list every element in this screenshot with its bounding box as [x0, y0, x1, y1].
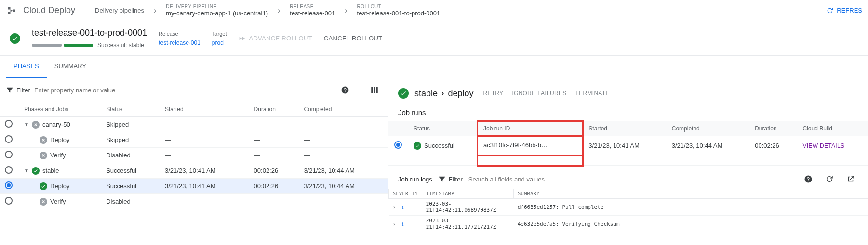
chevron-right-icon: › [345, 6, 347, 15]
radio-icon[interactable] [394, 141, 402, 149]
open-external-icon[interactable] [843, 171, 858, 187]
refresh-icon [826, 7, 834, 14]
phase-row[interactable]: ▼canary-50Skipped——— [0, 117, 388, 132]
fast-forward-icon [238, 35, 246, 42]
svg-text:?: ? [344, 87, 347, 93]
job-run-id: ac3f10fc-7f9f-46bb-b85… [483, 142, 551, 149]
header-bar: Cloud Deploy Delivery pipelines › DELIVE… [0, 0, 868, 21]
help-icon[interactable]: ? [801, 171, 816, 187]
info-icon: i [402, 221, 403, 227]
refresh-icon[interactable] [822, 171, 837, 187]
svg-rect-2 [371, 87, 373, 93]
cancel-rollout-button[interactable]: CANCEL ROLLOUT [324, 35, 382, 42]
rollout-title: test-release-001-to-prod-0001 [32, 28, 147, 38]
chevron-down-icon[interactable]: ▼ [24, 122, 29, 127]
job-row[interactable]: VerifyDisabled——— [0, 148, 388, 163]
filter-icon [6, 86, 13, 94]
product-logo-icon [6, 5, 17, 16]
filter-label: Filter [6, 86, 30, 94]
radio-icon[interactable] [5, 197, 13, 205]
chevron-down-icon[interactable]: ▼ [24, 168, 29, 173]
phases-table: Phases and Jobs Status Started Duration … [0, 102, 388, 209]
job-run-row[interactable]: Successful ac3f10fc-7f9f-46bb-b85… 3/21/… [388, 136, 868, 155]
rollout-status-text: Successful: stable [97, 42, 144, 49]
terminate-button[interactable]: TERMINATE [575, 90, 610, 97]
radio-icon[interactable] [5, 120, 13, 128]
job-row[interactable]: DeploySkipped——— [0, 132, 388, 148]
rollout-detail-bar: test-release-001-to-prod-0001 Successful… [0, 21, 868, 56]
help-icon[interactable]: ? [337, 82, 353, 98]
row-name: Deploy [50, 136, 69, 143]
info-icon: i [402, 204, 403, 210]
skip-icon [40, 198, 47, 206]
svg-rect-4 [376, 87, 378, 93]
skip-icon [40, 136, 47, 144]
radio-icon[interactable] [5, 181, 13, 189]
log-row[interactable]: › i2023-03-21T14:42:11.068970837Zdf6635e… [389, 199, 868, 216]
breadcrumb-release[interactable]: RELEASE test-release-001 [282, 0, 343, 21]
job-runs-title: Job runs [388, 103, 868, 121]
refresh-button[interactable]: REFRES [826, 7, 862, 14]
log-row[interactable]: › i2023-03-21T14:42:11.177217217Z4e632e5… [389, 216, 868, 232]
breadcrumb-pipelines[interactable]: Delivery pipelines [87, 0, 152, 21]
detail-pane: stable › deploy RETRY IGNORE FAILURES TE… [388, 78, 868, 232]
chevron-right-icon: › [154, 6, 156, 15]
check-icon [32, 167, 40, 175]
check-icon [414, 142, 421, 150]
row-name: canary-50 [42, 121, 70, 128]
chevron-right-icon[interactable]: › [393, 204, 396, 210]
retry-button[interactable]: RETRY [483, 90, 503, 97]
chevron-right-icon[interactable]: › [393, 221, 396, 227]
row-name: stable [42, 167, 59, 174]
product-name: Cloud Deploy [23, 5, 75, 15]
detail-title: stable › deploy [414, 89, 473, 99]
phases-pane: Filter ? Phases and Jobs Status Started … [0, 78, 388, 232]
job-row[interactable]: VerifyDisabled——— [0, 194, 388, 209]
chevron-right-icon: › [278, 6, 280, 15]
row-name: Verify [50, 152, 66, 159]
job-runs-table: Status Job run ID Started Completed Dura… [388, 121, 868, 166]
job-row[interactable]: DeploySuccessful3/21/23, 10:41 AM00:02:2… [0, 179, 388, 194]
radio-icon[interactable] [5, 135, 13, 143]
target-link[interactable]: prod [212, 39, 227, 46]
breadcrumb-delivery-pipeline[interactable]: DELIVERY PIPELINE my-canary-demo-app-1 (… [158, 0, 276, 21]
logs-filter-label: Filter [438, 175, 463, 183]
filter-icon [438, 175, 446, 183]
row-name: Verify [50, 198, 66, 205]
svg-rect-3 [374, 87, 375, 93]
radio-icon[interactable] [5, 166, 13, 174]
logs-table: SEVERITY TIMESTAMP SUMMARY › i2023-03-21… [388, 189, 868, 232]
view-details-link[interactable]: VIEW DETAILS [803, 142, 845, 149]
tab-bar: PHASES SUMMARY [0, 56, 868, 78]
breadcrumb-rollout[interactable]: ROLLOUT test-release-001-to-prod-0001 [349, 0, 448, 21]
advance-rollout-button[interactable]: ADVANCE ROLLOUT [238, 35, 312, 42]
logs-filter-input[interactable] [468, 176, 795, 183]
check-icon [40, 182, 47, 190]
row-name: Deploy [50, 182, 69, 190]
filter-input[interactable] [34, 87, 334, 94]
svg-text:?: ? [807, 176, 810, 182]
progress-bar [32, 44, 93, 47]
column-display-icon[interactable] [367, 82, 382, 98]
skip-icon [32, 121, 40, 129]
tab-summary[interactable]: SUMMARY [47, 56, 94, 78]
status-success-icon [10, 33, 20, 44]
tab-phases[interactable]: PHASES [6, 56, 47, 78]
chevron-right-icon: › [441, 89, 444, 98]
release-link[interactable]: test-release-001 [159, 39, 200, 46]
ignore-failures-button[interactable]: IGNORE FAILURES [512, 90, 566, 97]
radio-icon[interactable] [5, 151, 13, 158]
phase-row[interactable]: ▼stableSuccessful3/21/23, 10:41 AM00:02:… [0, 163, 388, 179]
status-success-icon [398, 88, 409, 99]
job-run-logs-title: Job run logs [398, 176, 432, 183]
skip-icon [40, 152, 47, 159]
